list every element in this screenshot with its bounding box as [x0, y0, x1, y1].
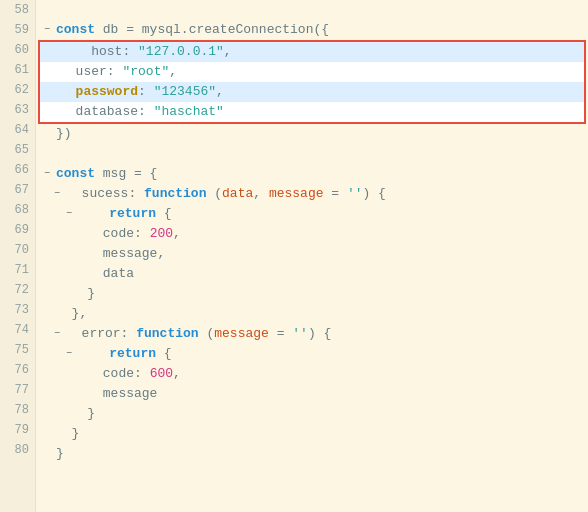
line-num-62: 62: [0, 80, 35, 100]
code-line-80: −}: [36, 444, 588, 464]
code-line-76: − code: 600,: [36, 364, 588, 384]
line-num-64: 64: [0, 120, 35, 140]
fold-icon-67[interactable]: −: [54, 184, 64, 204]
code-line-60: − host: "127.0.0.1",: [40, 42, 584, 62]
code-line-63: − database: "haschat": [40, 102, 584, 122]
code-line-59: −const db = mysql.createConnection({: [36, 20, 588, 40]
line-num-59: 59: [0, 20, 35, 40]
line-num-60: 60: [0, 40, 35, 60]
code-area: 58 59 60 61 62 63 64 65 66 67 68 69 70 7…: [0, 0, 588, 512]
code-content[interactable]: −const db = mysql.createConnection({ − h…: [36, 0, 588, 512]
code-line-64: −}): [36, 124, 588, 144]
code-line-77: − message: [36, 384, 588, 404]
fold-icon-59[interactable]: −: [44, 20, 54, 40]
fold-icon-68[interactable]: −: [66, 204, 76, 224]
code-line-65: [36, 144, 588, 164]
line-num-80: 80: [0, 440, 35, 460]
line-num-65: 65: [0, 140, 35, 160]
code-line-71: − data: [36, 264, 588, 284]
code-line-72: − }: [36, 284, 588, 304]
code-editor: 58 59 60 61 62 63 64 65 66 67 68 69 70 7…: [0, 0, 588, 512]
line-num-78: 78: [0, 400, 35, 420]
line-num-74: 74: [0, 320, 35, 340]
code-line-67: − sucess: function (data, message = '') …: [36, 184, 588, 204]
code-line-70: − message,: [36, 244, 588, 264]
fold-icon-74[interactable]: −: [54, 324, 64, 344]
code-line-75: − return {: [36, 344, 588, 364]
line-num-66: 66: [0, 160, 35, 180]
line-num-68: 68: [0, 200, 35, 220]
code-line-68: − return {: [36, 204, 588, 224]
code-line-69: − code: 200,: [36, 224, 588, 244]
code-line-73: − },: [36, 304, 588, 324]
code-line-74: − error: function (message = '') {: [36, 324, 588, 344]
line-num-79: 79: [0, 420, 35, 440]
line-numbers: 58 59 60 61 62 63 64 65 66 67 68 69 70 7…: [0, 0, 36, 512]
line-num-69: 69: [0, 220, 35, 240]
code-line-78: − }: [36, 404, 588, 424]
line-num-71: 71: [0, 260, 35, 280]
line-num-73: 73: [0, 300, 35, 320]
code-line-61: − user: "root",: [40, 62, 584, 82]
line-num-58: 58: [0, 0, 35, 20]
fold-icon-66[interactable]: −: [44, 164, 54, 184]
code-line-66: −const msg = {: [36, 164, 588, 184]
line-num-77: 77: [0, 380, 35, 400]
line-num-61: 61: [0, 60, 35, 80]
fold-icon-75[interactable]: −: [66, 344, 76, 364]
line-num-75: 75: [0, 340, 35, 360]
code-line-58: [36, 0, 588, 20]
line-num-70: 70: [0, 240, 35, 260]
line-num-76: 76: [0, 360, 35, 380]
highlight-block: − host: "127.0.0.1", − user: "root", − p…: [38, 40, 586, 124]
line-num-63: 63: [0, 100, 35, 120]
code-line-62: − password: "123456",: [40, 82, 584, 102]
code-line-79: − }: [36, 424, 588, 444]
line-num-72: 72: [0, 280, 35, 300]
line-num-67: 67: [0, 180, 35, 200]
